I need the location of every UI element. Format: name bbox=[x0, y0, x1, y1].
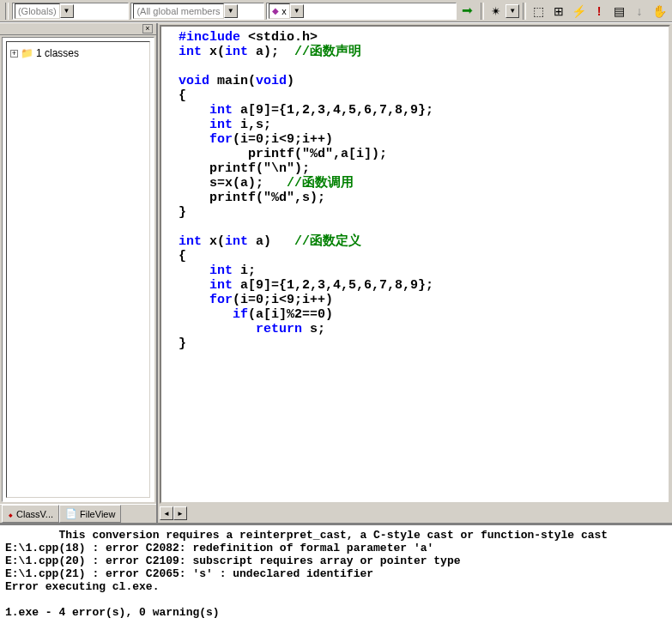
function-combo[interactable]: ◆x ▼ bbox=[266, 3, 457, 20]
bookmark-icon: ▤ bbox=[614, 5, 625, 17]
sidebar-tabs: ⬥ClassV... 📄FileView bbox=[0, 504, 156, 523]
exclamation-icon: ! bbox=[597, 5, 602, 17]
scope-combo[interactable]: (Globals) ▼ bbox=[12, 3, 129, 20]
scroll-right-button[interactable]: ► bbox=[173, 506, 187, 520]
tab-fileview-label: FileView bbox=[80, 509, 115, 519]
disasm-button[interactable]: ⚡ bbox=[570, 2, 588, 21]
members-combo[interactable]: (All global members ▼ bbox=[130, 3, 264, 20]
class-tree[interactable]: + 📁 1 classes bbox=[2, 37, 154, 502]
build-output[interactable]: This conversion requires a reinterpret_c… bbox=[0, 523, 672, 624]
output-summary: 1.exe - 4 error(s), 0 warning(s) bbox=[5, 606, 220, 619]
main-toolbar: (Globals) ▼ (All global members ▼ ◆x ▼ ⮕… bbox=[0, 0, 672, 22]
toolbar-grip bbox=[5, 3, 9, 20]
registers-icon: ⊞ bbox=[554, 5, 564, 17]
output-line: E:\1.cpp(18) : error C2082: redefinition… bbox=[5, 542, 433, 554]
expand-icon[interactable]: + bbox=[10, 50, 18, 58]
dropdown-icon[interactable]: ▼ bbox=[60, 4, 74, 18]
toolbar-separator bbox=[523, 3, 526, 20]
arrow-icon: ⮕ bbox=[462, 5, 474, 17]
breakpoint-button[interactable]: ! bbox=[590, 2, 608, 21]
tree-root-node[interactable]: + 📁 1 classes bbox=[10, 47, 146, 59]
members-combo-text: (All global members bbox=[136, 6, 220, 16]
wand-icon: ✴ bbox=[491, 5, 501, 17]
tab-fileview[interactable]: 📄FileView bbox=[59, 505, 121, 523]
scroll-left-button[interactable]: ◄ bbox=[160, 506, 173, 520]
output-line: Error executing cl.exe. bbox=[5, 580, 159, 593]
sidebar-header: × bbox=[0, 23, 156, 35]
dropdown-icon[interactable]: ▼ bbox=[224, 4, 238, 18]
hand-icon: ✋ bbox=[652, 5, 667, 17]
editor-pane: #include <stdio.h> int x(int a); //函数声明 … bbox=[158, 23, 672, 523]
toolbar-separator bbox=[481, 3, 484, 20]
horizontal-scrollbar[interactable]: ◄ ► bbox=[160, 506, 670, 521]
diamond-icon: ◆ bbox=[272, 6, 279, 15]
disasm-icon: ⚡ bbox=[572, 5, 586, 17]
hand-button[interactable]: ✋ bbox=[651, 2, 669, 21]
fileview-icon: 📄 bbox=[65, 508, 77, 519]
workspace-sidebar: × + 📁 1 classes ⬥ClassV... 📄FileView bbox=[0, 23, 158, 523]
step-button[interactable]: ↓ bbox=[630, 2, 648, 21]
sidebar-close-button[interactable]: × bbox=[142, 24, 153, 33]
classview-icon: ⬥ bbox=[8, 509, 14, 519]
code-editor[interactable]: #include <stdio.h> int x(int a); //函数声明 … bbox=[160, 25, 670, 504]
tile-button[interactable]: ⬚ bbox=[530, 2, 548, 21]
stack-icon: ⬚ bbox=[533, 5, 544, 17]
main-area: × + 📁 1 classes ⬥ClassV... 📄FileView #in… bbox=[0, 22, 672, 523]
window-button[interactable]: ⊞ bbox=[550, 2, 568, 21]
dropdown-icon[interactable]: ▼ bbox=[290, 4, 304, 18]
dropdown-icon[interactable]: ▼ bbox=[506, 4, 519, 18]
bookmark-button[interactable]: ▤ bbox=[610, 2, 628, 21]
folder-icon: 📁 bbox=[21, 47, 33, 59]
tree-root-label: 1 classes bbox=[36, 47, 79, 59]
output-line: This conversion requires a reinterpret_c… bbox=[5, 529, 608, 542]
output-line: E:\1.cpp(20) : error C2109: subscript re… bbox=[5, 554, 461, 567]
step-icon: ↓ bbox=[636, 5, 642, 17]
wizard-button[interactable]: ✴ bbox=[487, 2, 506, 21]
tab-classview-label: ClassV... bbox=[16, 509, 53, 519]
go-button[interactable]: ⮕ bbox=[458, 2, 476, 21]
scope-combo-text: (Globals) bbox=[18, 6, 57, 16]
tab-classview[interactable]: ⬥ClassV... bbox=[2, 505, 59, 523]
function-combo-text: x bbox=[282, 6, 287, 16]
output-line: E:\1.cpp(21) : error C2065: 's' : undecl… bbox=[5, 567, 373, 580]
